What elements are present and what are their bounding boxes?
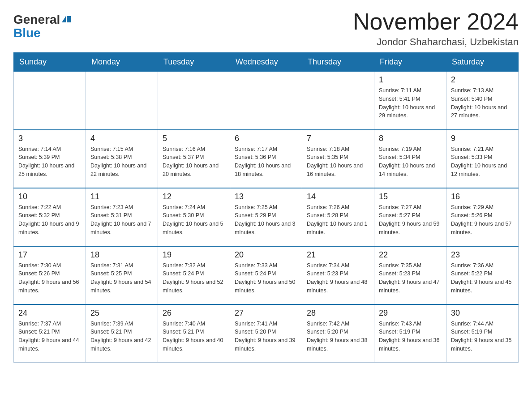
day-info: Sunrise: 7:29 AMSunset: 5:26 PMDaylight:… [451,203,514,237]
calendar-day-cell-15: 15Sunrise: 7:27 AMSunset: 5:27 PMDayligh… [374,188,446,246]
day-number: 13 [235,192,297,201]
calendar-table: SundayMondayTuesdayWednesdayThursdayFrid… [13,52,519,363]
day-number: 20 [235,250,297,260]
day-number: 23 [451,250,514,260]
day-number: 28 [307,308,369,318]
calendar-day-cell-29: 29Sunrise: 7:43 AMSunset: 5:19 PMDayligh… [374,304,446,363]
day-info: Sunrise: 7:26 AMSunset: 5:28 PMDaylight:… [307,203,369,237]
day-info: Sunrise: 7:16 AMSunset: 5:37 PMDaylight:… [163,145,225,179]
calendar-week-row: 10Sunrise: 7:22 AMSunset: 5:32 PMDayligh… [14,188,519,246]
day-info: Sunrise: 7:30 AMSunset: 5:26 PMDaylight:… [18,261,81,295]
title-area: November 2024 Jondor Shaharchasi, Uzbeki… [353,9,519,48]
calendar-day-cell-2: 2Sunrise: 7:13 AMSunset: 5:40 PMDaylight… [446,72,519,130]
weekday-header-monday: Monday [86,53,158,72]
day-number: 1 [379,75,442,85]
day-number: 6 [235,134,297,143]
day-number: 12 [163,192,225,201]
day-info: Sunrise: 7:11 AMSunset: 5:41 PMDaylight:… [379,86,442,120]
day-number: 24 [18,308,81,318]
calendar-week-row: 3Sunrise: 7:14 AMSunset: 5:39 PMDaylight… [14,130,519,188]
day-info: Sunrise: 7:17 AMSunset: 5:36 PMDaylight:… [235,145,297,179]
day-number: 22 [379,250,442,260]
calendar-day-cell-10: 10Sunrise: 7:22 AMSunset: 5:32 PMDayligh… [14,188,86,246]
calendar-day-cell-18: 18Sunrise: 7:31 AMSunset: 5:25 PMDayligh… [86,246,158,304]
calendar-day-cell-24: 24Sunrise: 7:37 AMSunset: 5:21 PMDayligh… [14,304,86,363]
calendar-day-cell-30: 30Sunrise: 7:44 AMSunset: 5:19 PMDayligh… [446,304,519,363]
day-number: 5 [163,134,225,143]
calendar-day-cell-16: 16Sunrise: 7:29 AMSunset: 5:26 PMDayligh… [446,188,519,246]
empty-day-cell [230,72,302,130]
location-title: Jondor Shaharchasi, Uzbekistan [353,36,519,48]
page-header: General Blue November 2024 Jondor Shahar… [13,9,519,48]
weekday-header-thursday: Thursday [302,53,374,72]
calendar-day-cell-20: 20Sunrise: 7:33 AMSunset: 5:24 PMDayligh… [230,246,302,304]
day-number: 16 [451,192,514,201]
calendar-day-cell-21: 21Sunrise: 7:34 AMSunset: 5:23 PMDayligh… [302,246,374,304]
empty-day-cell [302,72,374,130]
day-number: 17 [18,250,81,260]
day-info: Sunrise: 7:37 AMSunset: 5:21 PMDaylight:… [18,320,81,353]
day-number: 15 [379,192,442,201]
month-title: November 2024 [353,9,519,34]
day-info: Sunrise: 7:22 AMSunset: 5:32 PMDaylight:… [18,203,81,237]
empty-day-cell [158,72,230,130]
calendar-day-cell-13: 13Sunrise: 7:25 AMSunset: 5:29 PMDayligh… [230,188,302,246]
day-info: Sunrise: 7:40 AMSunset: 5:21 PMDaylight:… [163,320,225,353]
day-info: Sunrise: 7:33 AMSunset: 5:24 PMDaylight:… [235,261,297,295]
calendar-day-cell-7: 7Sunrise: 7:18 AMSunset: 5:35 PMDaylight… [302,130,374,188]
calendar-day-cell-6: 6Sunrise: 7:17 AMSunset: 5:36 PMDaylight… [230,130,302,188]
day-info: Sunrise: 7:27 AMSunset: 5:27 PMDaylight:… [379,203,442,237]
empty-day-cell [14,72,86,130]
day-info: Sunrise: 7:36 AMSunset: 5:22 PMDaylight:… [451,261,514,295]
day-info: Sunrise: 7:35 AMSunset: 5:23 PMDaylight:… [379,261,442,295]
day-info: Sunrise: 7:41 AMSunset: 5:20 PMDaylight:… [235,320,297,353]
day-number: 26 [163,308,225,318]
day-number: 29 [379,308,442,318]
weekday-header-saturday: Saturday [446,53,519,72]
day-number: 4 [90,134,153,143]
day-info: Sunrise: 7:23 AMSunset: 5:31 PMDaylight:… [90,203,153,237]
calendar-day-cell-22: 22Sunrise: 7:35 AMSunset: 5:23 PMDayligh… [374,246,446,304]
day-info: Sunrise: 7:15 AMSunset: 5:38 PMDaylight:… [90,145,153,179]
day-number: 14 [307,192,369,201]
day-info: Sunrise: 7:32 AMSunset: 5:24 PMDaylight:… [163,261,225,295]
day-number: 3 [18,134,81,143]
day-number: 7 [307,134,369,143]
day-number: 25 [90,308,153,318]
calendar-day-cell-28: 28Sunrise: 7:42 AMSunset: 5:20 PMDayligh… [302,304,374,363]
calendar-day-cell-17: 17Sunrise: 7:30 AMSunset: 5:26 PMDayligh… [14,246,86,304]
day-info: Sunrise: 7:14 AMSunset: 5:39 PMDaylight:… [18,145,81,179]
calendar-day-cell-25: 25Sunrise: 7:39 AMSunset: 5:21 PMDayligh… [86,304,158,363]
weekday-header-tuesday: Tuesday [158,53,230,72]
day-number: 30 [451,308,514,318]
day-number: 27 [235,308,297,318]
day-info: Sunrise: 7:42 AMSunset: 5:20 PMDaylight:… [307,320,369,353]
empty-day-cell [86,72,158,130]
day-info: Sunrise: 7:31 AMSunset: 5:25 PMDaylight:… [90,261,153,295]
day-info: Sunrise: 7:18 AMSunset: 5:35 PMDaylight:… [307,145,369,179]
calendar-day-cell-27: 27Sunrise: 7:41 AMSunset: 5:20 PMDayligh… [230,304,302,363]
calendar-day-cell-3: 3Sunrise: 7:14 AMSunset: 5:39 PMDaylight… [14,130,86,188]
day-info: Sunrise: 7:24 AMSunset: 5:30 PMDaylight:… [163,203,225,237]
weekday-header-friday: Friday [374,53,446,72]
calendar-day-cell-5: 5Sunrise: 7:16 AMSunset: 5:37 PMDaylight… [158,130,230,188]
day-number: 9 [451,134,514,143]
day-number: 18 [90,250,153,260]
logo-general: General [13,13,60,26]
calendar-day-cell-8: 8Sunrise: 7:19 AMSunset: 5:34 PMDaylight… [374,130,446,188]
calendar-day-cell-26: 26Sunrise: 7:40 AMSunset: 5:21 PMDayligh… [158,304,230,363]
weekday-header-sunday: Sunday [14,53,86,72]
logo: General Blue [13,9,71,40]
calendar-day-cell-4: 4Sunrise: 7:15 AMSunset: 5:38 PMDaylight… [86,130,158,188]
day-info: Sunrise: 7:25 AMSunset: 5:29 PMDaylight:… [235,203,297,237]
day-number: 11 [90,192,153,201]
calendar-day-cell-11: 11Sunrise: 7:23 AMSunset: 5:31 PMDayligh… [86,188,158,246]
calendar-day-cell-9: 9Sunrise: 7:21 AMSunset: 5:33 PMDaylight… [446,130,519,188]
calendar-day-cell-12: 12Sunrise: 7:24 AMSunset: 5:30 PMDayligh… [158,188,230,246]
calendar-day-cell-1: 1Sunrise: 7:11 AMSunset: 5:41 PMDaylight… [374,72,446,130]
calendar-week-row: 24Sunrise: 7:37 AMSunset: 5:21 PMDayligh… [14,304,519,363]
day-info: Sunrise: 7:43 AMSunset: 5:19 PMDaylight:… [379,320,442,353]
calendar-week-row: 17Sunrise: 7:30 AMSunset: 5:26 PMDayligh… [14,246,519,304]
day-info: Sunrise: 7:44 AMSunset: 5:19 PMDaylight:… [451,320,514,353]
calendar-day-cell-19: 19Sunrise: 7:32 AMSunset: 5:24 PMDayligh… [158,246,230,304]
